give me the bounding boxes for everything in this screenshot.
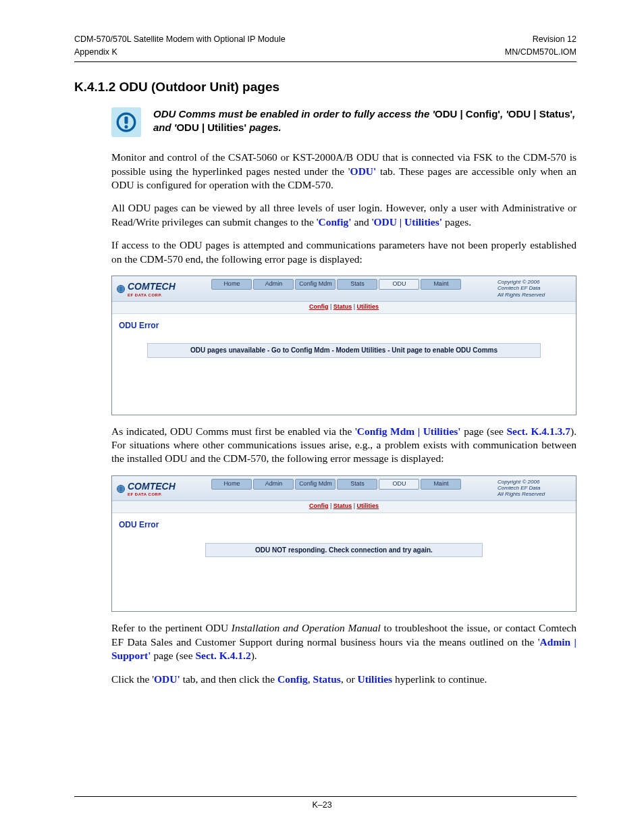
p2-link-config[interactable]: Config' <box>318 216 351 228</box>
ui-content-area: ODU Error ODU NOT responding. Check conn… <box>112 513 576 611</box>
p6-link-config-sub[interactable]: Config <box>277 673 308 685</box>
body-paragraph-4: As indicated, ODU Comms must first be en… <box>111 425 576 466</box>
tab-home[interactable]: Home <box>211 479 252 490</box>
running-header-row2: Appendix K MN/CDM570L.IOM <box>74 47 576 58</box>
header-right-2: MN/CDM570L.IOM <box>505 47 576 58</box>
footer-rule <box>74 796 576 797</box>
copyright-line-3: All Rights Reserved <box>498 491 572 497</box>
error-page-title: ODU Error <box>119 321 569 332</box>
p6-fragment-b: tab, and then click the <box>180 673 277 685</box>
vendor-logo: COMTECH EF DATA CORP. <box>116 479 176 499</box>
p2-fragment-c: pages. <box>442 216 471 228</box>
logo-sub-text: EF DATA CORP. <box>128 492 176 498</box>
tab-stats[interactable]: Stats <box>337 479 377 490</box>
header-right-1: Revision 12 <box>533 34 576 45</box>
p6-link-status-sub[interactable]: Status <box>313 673 341 685</box>
tab-odu[interactable]: ODU <box>379 479 419 490</box>
error-page-screenshot-2: COMTECH EF DATA CORP. Home Admin Config … <box>111 475 576 612</box>
running-header-row1: CDM-570/570L Satellite Modem with Option… <box>74 34 576 45</box>
copyright-line-2: Comtech EF Data <box>498 285 572 291</box>
copyright-block: Copyright © 2006 Comtech EF Data All Rig… <box>498 479 572 498</box>
svg-point-2 <box>124 125 128 128</box>
subtab-config[interactable]: Config <box>309 502 329 509</box>
notice-lead: ODU Comms must be enabled in order to fu… <box>153 108 435 120</box>
body-paragraph-2: All ODU pages can be viewed by all three… <box>111 201 576 229</box>
copyright-line-2: Comtech EF Data <box>498 485 572 491</box>
header-rule <box>74 61 576 62</box>
primary-tab-bar: Home Admin Config Mdm Stats ODU Maint <box>180 479 493 490</box>
header-left-1: CDM-570/570L Satellite Modem with Option… <box>74 34 286 45</box>
subtab-config[interactable]: Config <box>309 303 329 310</box>
copyright-line-3: All Rights Reserved <box>498 292 572 298</box>
globe-icon <box>116 284 126 294</box>
tab-maint[interactable]: Maint <box>421 479 461 490</box>
page-number: K–23 <box>0 800 644 811</box>
header-left-2: Appendix K <box>74 47 117 58</box>
p6-fragment-c: , <box>308 673 313 685</box>
notice-b2: ODU | Status' <box>508 108 572 120</box>
p6-fragment-e: hyperlink to continue. <box>392 673 487 685</box>
logo-main-text: COMTECH <box>128 481 176 492</box>
svg-rect-1 <box>124 117 128 124</box>
notice-b1: ODU | Config' <box>435 108 500 120</box>
tab-admin[interactable]: Admin <box>253 279 294 290</box>
error-page-screenshot-1: COMTECH EF DATA CORP. Home Admin Config … <box>111 276 576 415</box>
p5-fragment-a: Refer to the pertinent ODU <box>111 622 232 633</box>
body-paragraph-1: Monitor and control of the CSAT-5060 or … <box>111 151 576 192</box>
ui-content-area: ODU Error ODU pages unavailable - Go to … <box>112 314 576 415</box>
logo-main-text: COMTECH <box>128 281 176 292</box>
subtab-utilities[interactable]: Utilities <box>357 502 379 509</box>
p4-fragment-b: page (see <box>461 425 507 437</box>
primary-tab-bar: Home Admin Config Mdm Stats ODU Maint <box>180 279 493 290</box>
section-heading: K.4.1.2 ODU (Outdoor Unit) pages <box>74 78 576 95</box>
error-message-bar: ODU pages unavailable - Go to Config Mdm… <box>147 343 541 357</box>
logo-sub-text: EF DATA CORP. <box>128 293 176 298</box>
p5-link-section-ref[interactable]: Sect. K.4.1.2 <box>195 650 250 661</box>
vendor-logo: COMTECH EF DATA CORP. <box>116 279 176 299</box>
p6-fragment-a: Click the ' <box>111 673 154 685</box>
copyright-block: Copyright © 2006 Comtech EF Data All Rig… <box>498 279 572 298</box>
subtab-status[interactable]: Status <box>333 502 352 509</box>
notice-mid1: , ' <box>500 108 508 120</box>
body-paragraph-6: Click the 'ODU' tab, and then click the … <box>111 673 576 686</box>
p2-link-utilities[interactable]: ODU | Utilities' <box>374 216 443 228</box>
p5-fragment-c: page (see <box>151 650 196 661</box>
tab-home[interactable]: Home <box>211 279 252 290</box>
ui-header-bar: COMTECH EF DATA CORP. Home Admin Config … <box>112 276 576 301</box>
p2-fragment-b: and ' <box>352 216 374 228</box>
body-paragraph-3: If access to the ODU pages is attempted … <box>111 238 576 266</box>
globe-icon <box>116 484 126 494</box>
p5-manual-title: Installation and Operation Manual <box>232 622 381 633</box>
copyright-line-1: Copyright © 2006 <box>498 279 572 285</box>
p4-link-section-ref[interactable]: Sect. K.4.1.3.7 <box>506 425 570 437</box>
important-text: ODU Comms must be enabled in order to fu… <box>153 107 576 134</box>
error-page-title: ODU Error <box>119 520 569 531</box>
important-icon <box>111 107 141 137</box>
p4-link-utilities-page[interactable]: Config Mdm | Utilities' <box>357 425 461 437</box>
subtab-utilities[interactable]: Utilities <box>357 303 379 310</box>
p5-fragment-d: ). <box>251 650 257 661</box>
p4-fragment-a: As indicated, ODU Comms must first be en… <box>111 425 357 437</box>
notice-tail: pages. <box>246 122 281 133</box>
body-paragraph-5: Refer to the pertinent ODU Installation … <box>111 621 576 662</box>
secondary-tab-bar: Config | Status | Utilities <box>112 302 576 314</box>
secondary-tab-bar: Config | Status | Utilities <box>112 501 576 513</box>
copyright-line-1: Copyright © 2006 <box>498 479 572 485</box>
p1-link-odu[interactable]: ODU' <box>350 165 377 177</box>
p6-link-odu-tab[interactable]: ODU' <box>154 673 180 685</box>
subtab-status[interactable]: Status <box>333 303 352 310</box>
tab-config-mdm[interactable]: Config Mdm <box>295 279 336 290</box>
notice-b3: ODU | Utilities' <box>176 122 246 133</box>
p6-fragment-d: , or <box>341 673 358 685</box>
tab-stats[interactable]: Stats <box>337 279 377 290</box>
error-message-bar: ODU NOT responding. Check connection and… <box>205 543 482 557</box>
ui-header-bar: COMTECH EF DATA CORP. Home Admin Config … <box>112 476 576 501</box>
tab-config-mdm[interactable]: Config Mdm <box>295 479 336 490</box>
tab-maint[interactable]: Maint <box>421 279 461 290</box>
page: CDM-570/570L Satellite Modem with Option… <box>0 0 644 834</box>
tab-odu[interactable]: ODU <box>379 279 419 290</box>
tab-admin[interactable]: Admin <box>253 479 294 490</box>
p6-link-utilities-sub[interactable]: Utilities <box>357 673 392 685</box>
important-notice: ODU Comms must be enabled in order to fu… <box>111 107 576 137</box>
